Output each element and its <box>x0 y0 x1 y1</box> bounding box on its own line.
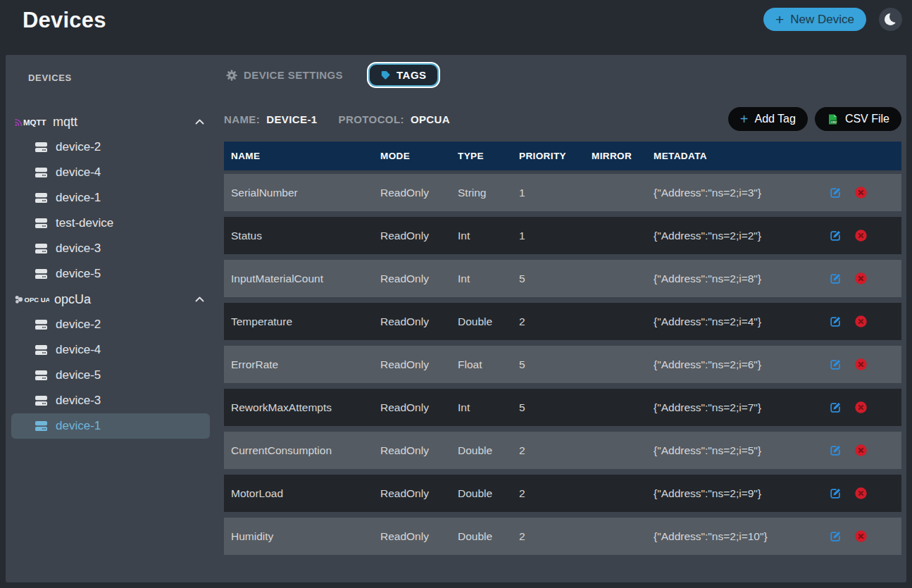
tag-type: Int <box>458 230 519 242</box>
chevron-up-icon <box>195 119 204 125</box>
sidebar-item[interactable]: device-3 <box>6 388 211 413</box>
edit-tag-button[interactable] <box>830 273 842 284</box>
tag-metadata: {"Address":"ns=2;i=5"} <box>654 444 823 457</box>
tag-type: Int <box>458 401 519 414</box>
mqtt-logo-icon: MQTT <box>14 116 48 127</box>
plus-icon: + <box>775 12 784 27</box>
tag-priority: 5 <box>519 401 592 414</box>
row-actions <box>823 487 901 499</box>
device-tree: MQTT mqtt device-2 device-4 device-1 tes… <box>6 109 211 439</box>
edit-tag-button[interactable] <box>830 487 842 499</box>
device-label: device-5 <box>56 267 101 281</box>
tag-metadata: {"Address":"ns=2;i=8"} <box>654 273 823 285</box>
sidebar-group-mqtt[interactable]: MQTT mqtt <box>6 109 211 135</box>
opcua-logo-icon: OPC UA <box>14 294 49 305</box>
device-label: device-2 <box>56 140 101 154</box>
tag-mode: ReadOnly <box>380 230 458 242</box>
server-icon <box>35 269 47 280</box>
svg-text:MQTT: MQTT <box>23 118 46 127</box>
gear-icon <box>226 70 237 81</box>
edit-tag-button[interactable] <box>830 530 842 542</box>
tag-type: String <box>458 187 519 199</box>
edit-tag-button[interactable] <box>830 358 842 370</box>
sidebar-item[interactable]: device-4 <box>6 337 211 363</box>
column-header: NAME <box>224 151 380 161</box>
tag-name: InputMaterialCount <box>224 273 380 285</box>
tag-priority: 5 <box>519 273 592 285</box>
column-header: MODE <box>380 151 458 161</box>
theme-toggle-button[interactable] <box>879 8 902 31</box>
tag-metadata: {"Address":"ns=2;i=4"} <box>654 315 823 328</box>
top-bar: Devices + New Device <box>0 0 912 55</box>
tag-mode: ReadOnly <box>380 273 458 285</box>
tag-priority: 2 <box>519 444 592 457</box>
delete-tag-button[interactable] <box>855 530 867 542</box>
tag-name: CurrentConsumption <box>224 444 380 457</box>
row-actions <box>823 530 901 542</box>
table-row: CurrentConsumption ReadOnly Double 2 {"A… <box>224 432 901 469</box>
tag-mode: ReadOnly <box>380 530 458 543</box>
server-icon <box>35 193 47 204</box>
tag-icon <box>380 70 391 80</box>
delete-tag-button[interactable] <box>855 358 867 370</box>
name-value: DEVICE-1 <box>266 113 317 125</box>
delete-tag-button[interactable] <box>855 273 867 284</box>
edit-tag-button[interactable] <box>830 444 842 456</box>
tab-tags[interactable]: TAGS <box>368 63 439 87</box>
row-actions <box>823 273 901 284</box>
device-tabs: DEVICE SETTINGS TAGS <box>224 63 906 87</box>
device-info-bar: NAME: DEVICE-1 PROTOCOL: OPCUA + Add Tag… <box>224 107 901 131</box>
tag-type: Double <box>458 315 519 328</box>
csv-file-label: CSV File <box>845 113 889 125</box>
sidebar-group-opcua[interactable]: OPC UA opcUa <box>6 287 211 312</box>
sidebar-item[interactable]: test-device <box>6 211 211 236</box>
sidebar-item-selected[interactable]: device-1 <box>11 413 210 439</box>
sidebar-item[interactable]: device-5 <box>6 261 211 287</box>
add-tag-button[interactable]: + Add Tag <box>728 107 808 131</box>
delete-tag-button[interactable] <box>855 487 867 499</box>
table-row: ReworkMaxAttempts ReadOnly Int 5 {"Addre… <box>224 389 901 426</box>
protocol-value: OPCUA <box>411 113 450 125</box>
sidebar-item[interactable]: device-2 <box>6 135 211 160</box>
edit-tag-button[interactable] <box>830 401 842 413</box>
tag-priority: 2 <box>519 315 592 328</box>
tag-name: ReworkMaxAttempts <box>224 401 380 414</box>
tab-device-settings[interactable]: DEVICE SETTINGS <box>226 69 343 81</box>
sidebar-item[interactable]: device-1 <box>6 185 211 211</box>
new-device-button[interactable]: + New Device <box>763 8 866 31</box>
delete-tag-button[interactable] <box>855 444 867 456</box>
device-label: device-5 <box>56 368 101 382</box>
delete-tag-button[interactable] <box>855 315 867 327</box>
sidebar-item[interactable]: device-4 <box>6 160 211 185</box>
table-row: InputMaterialCount ReadOnly Int 5 {"Addr… <box>224 260 901 297</box>
edit-tag-button[interactable] <box>830 230 842 242</box>
tag-priority: 1 <box>519 230 592 242</box>
delete-tag-button[interactable] <box>855 230 867 242</box>
server-icon <box>35 142 47 153</box>
edit-tag-button[interactable] <box>830 315 842 327</box>
table-row: Status ReadOnly Int 1 {"Address":"ns=2;i… <box>224 217 901 254</box>
svg-text:CSV: CSV <box>831 120 837 123</box>
tag-name: Temperature <box>224 315 380 328</box>
add-tag-label: Add Tag <box>754 113 795 125</box>
row-actions <box>823 401 901 413</box>
tag-priority: 1 <box>519 187 592 199</box>
sidebar-item[interactable]: device-5 <box>6 363 211 388</box>
server-icon <box>35 244 47 254</box>
delete-tag-button[interactable] <box>855 401 867 413</box>
device-label: device-3 <box>56 394 101 408</box>
table-row: Temperature ReadOnly Double 2 {"Address"… <box>224 303 901 340</box>
server-icon <box>35 421 47 432</box>
tag-name: SerialNumber <box>224 187 380 199</box>
tag-priority: 5 <box>519 358 592 371</box>
device-label: device-4 <box>56 165 101 180</box>
sidebar-item[interactable]: device-3 <box>6 236 211 261</box>
edit-tag-button[interactable] <box>830 187 842 199</box>
sidebar-item[interactable]: device-2 <box>6 312 211 337</box>
delete-tag-button[interactable] <box>855 187 867 199</box>
csv-file-button[interactable]: CSV CSV File <box>815 107 901 131</box>
main-panel: DEVICES MQTT mqtt device-2 <box>6 55 906 582</box>
new-device-label: New Device <box>790 13 854 27</box>
table-row: ErrorRate ReadOnly Float 5 {"Address":"n… <box>224 346 901 383</box>
tag-priority: 2 <box>519 487 592 500</box>
